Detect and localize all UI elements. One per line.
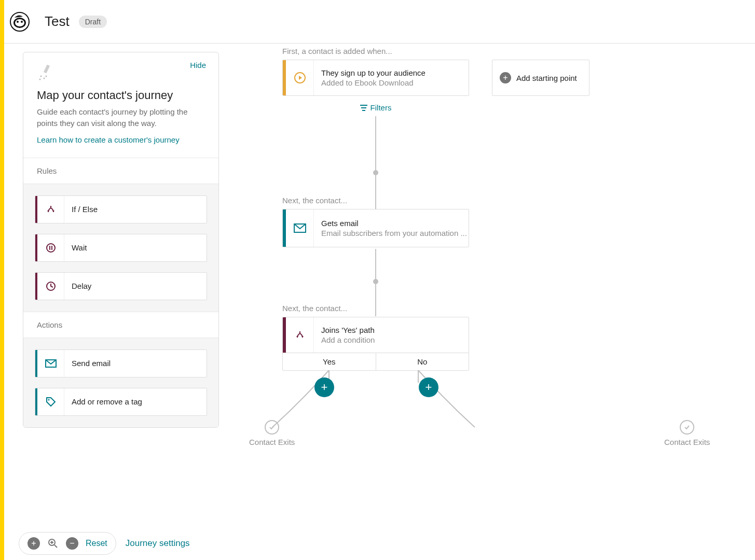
svg-marker-11 — [52, 211, 54, 212]
email-icon — [286, 209, 314, 247]
svg-point-12 — [47, 244, 55, 252]
ifelse-title: Joins 'Yes' path — [321, 326, 375, 334]
check-icon — [680, 420, 694, 435]
step-label: First, a contact is added when... — [282, 47, 697, 55]
tag-icon — [37, 388, 64, 415]
rule-label: If / Else — [64, 205, 98, 214]
rule-if-else[interactable]: If / Else — [35, 195, 207, 223]
exit-label: Contact Exits — [249, 438, 295, 446]
add-step-button[interactable]: + — [314, 377, 334, 397]
plus-icon: + — [500, 72, 511, 83]
add-starting-label: Add starting point — [516, 74, 577, 82]
svg-rect-13 — [49, 246, 50, 250]
filters-button[interactable]: Filters — [282, 103, 469, 112]
zoom-magnifier-button[interactable] — [47, 538, 59, 549]
check-icon — [265, 420, 279, 435]
svg-point-9 — [46, 76, 47, 77]
trigger-title: They sign up to your audience — [321, 68, 425, 77]
play-icon — [286, 60, 314, 95]
hide-link[interactable]: Hide — [190, 61, 206, 69]
action-send-email[interactable]: Send email — [35, 349, 207, 377]
rule-wait[interactable]: Wait — [35, 234, 207, 262]
add-starting-point-button[interactable]: + Add starting point — [492, 60, 589, 96]
branch-icon — [286, 317, 314, 353]
svg-point-3 — [17, 21, 19, 23]
journey-settings-link[interactable]: Journey settings — [126, 538, 190, 549]
add-step-button[interactable]: + — [419, 377, 438, 397]
clock-icon — [37, 273, 64, 300]
step-ifelse: Next, the contact... Joins 'Yes' path Ad… — [282, 304, 469, 371]
bottom-controls: + − Reset Journey settings — [19, 532, 190, 555]
accent-bar — [0, 0, 4, 560]
pause-icon — [37, 234, 64, 261]
rule-delay[interactable]: Delay — [35, 272, 207, 300]
svg-rect-5 — [44, 64, 50, 73]
step-trigger: First, a contact is added when... They s… — [282, 47, 697, 112]
email-icon — [37, 350, 64, 377]
branch-icon — [37, 196, 64, 223]
svg-point-6 — [40, 76, 42, 77]
ifelse-options: Yes No — [283, 353, 469, 370]
actions-header: Actions — [23, 312, 218, 338]
ifelse-yes[interactable]: Yes — [283, 353, 376, 370]
svg-point-7 — [44, 78, 45, 79]
zoom-out-button[interactable]: − — [66, 537, 78, 550]
trigger-sub: Added to Ebook Download — [321, 78, 425, 87]
page-title: Test — [45, 13, 70, 30]
rules-list: If / Else Wait Delay — [23, 184, 218, 312]
svg-point-17 — [48, 399, 49, 400]
exit-label: Contact Exits — [664, 438, 710, 446]
rules-header: Rules — [23, 158, 218, 184]
exit-node: Contact Exits — [664, 420, 710, 446]
mailchimp-logo[interactable] — [9, 11, 30, 32]
email-title: Gets email — [321, 219, 467, 228]
svg-point-4 — [21, 21, 23, 23]
rule-label: Delay — [64, 282, 91, 290]
connector — [375, 116, 376, 209]
svg-marker-21 — [296, 336, 298, 338]
action-tag[interactable]: Add or remove a tag — [35, 388, 207, 416]
filters-label: Filters — [370, 103, 392, 112]
trigger-card[interactable]: They sign up to your audience Added to E… — [282, 60, 469, 96]
action-label: Add or remove a tag — [64, 397, 142, 406]
actions-list: Send email Add or remove a tag — [23, 338, 218, 427]
zoom-controls: + − Reset — [19, 532, 116, 555]
sidebar: Hide Map your contact's journey Guide ea… — [23, 52, 219, 428]
email-sub: Email subscribers from your automation .… — [321, 229, 467, 237]
step-email: Next, the contact... Gets email Email su… — [282, 196, 469, 247]
ifelse-sub: Add a condition — [321, 335, 375, 344]
intro-desc: Guide each contact's journey by plotting… — [37, 106, 205, 129]
svg-marker-19 — [299, 76, 302, 80]
svg-point-8 — [39, 79, 41, 80]
svg-rect-14 — [51, 246, 52, 250]
status-badge: Draft — [79, 16, 107, 28]
svg-marker-22 — [301, 336, 304, 338]
action-label: Send email — [64, 359, 111, 368]
reset-button[interactable]: Reset — [86, 539, 107, 548]
rule-label: Wait — [64, 243, 87, 252]
intro-title: Map your contact's journey — [37, 89, 205, 102]
step-label: Next, the contact... — [282, 304, 469, 313]
svg-point-2 — [15, 19, 24, 26]
branch-connector — [400, 370, 659, 443]
connector-dot[interactable] — [373, 279, 378, 284]
email-card[interactable]: Gets email Email subscribers from your a… — [282, 209, 469, 247]
zoom-in-button[interactable]: + — [28, 537, 40, 550]
exit-node: Contact Exits — [249, 420, 295, 446]
connector-dot[interactable] — [373, 170, 378, 175]
ifelse-no[interactable]: No — [376, 353, 469, 370]
journey-canvas[interactable]: First, a contact is added when... They s… — [228, 47, 755, 560]
filter-icon — [360, 105, 367, 111]
ifelse-card[interactable]: Joins 'Yes' path Add a condition Yes No — [282, 317, 469, 371]
sidebar-intro: Hide Map your contact's journey Guide ea… — [23, 52, 218, 158]
step-label: Next, the contact... — [282, 196, 469, 205]
header: Test Draft — [4, 0, 755, 44]
pencil-dots-icon — [37, 64, 54, 81]
svg-marker-10 — [47, 211, 49, 212]
learn-link[interactable]: Learn how to create a customer's journey — [37, 135, 205, 144]
